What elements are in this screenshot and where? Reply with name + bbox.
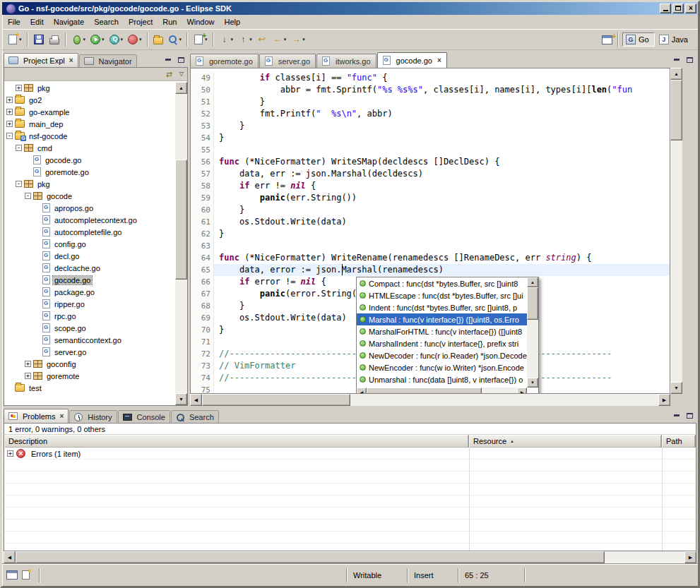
tree-item-goremote.go[interactable]: goremote.go [4,166,175,178]
code-line-60[interactable]: 60 } [191,204,670,216]
code-line-65[interactable]: 65 data, error := json.Marshal(renamedes… [191,264,670,276]
tree-item-decl.go[interactable]: decl.go [4,250,175,262]
tree-toggle-icon[interactable]: - [25,193,31,199]
scrollbar-thumb[interactable] [367,388,482,394]
problems-horizontal-scrollbar[interactable]: ◀ ▶ [4,551,696,563]
menu-window[interactable]: Window [182,16,219,28]
scroll-right-icon[interactable]: ▶ [517,388,527,394]
code-line-51[interactable]: 51 } [191,96,670,108]
maximize-button[interactable] [672,4,684,13]
code-line-62[interactable]: 62} [191,228,670,240]
tree-item-goremote[interactable]: +goremote [4,370,175,382]
tree-item-autocompletecontext.go[interactable]: autocompletecontext.go [4,214,175,226]
scroll-down-icon[interactable]: ▼ [670,382,682,394]
tree-item-semanticcontext.go[interactable]: semanticcontext.go [4,334,175,346]
scroll-left-icon[interactable]: ◀ [357,388,367,394]
toolbar-last-edit-location-button[interactable]: ↩ [255,31,269,48]
view-tab-search[interactable]: Search [171,410,219,423]
toolbar-external-tools-button[interactable]: ▾ [107,31,125,48]
menu-search[interactable]: Search [89,16,124,28]
scroll-down-icon[interactable]: ▼ [527,378,538,388]
scroll-down-icon[interactable]: ▼ [175,393,187,405]
minimize-view-button[interactable] [162,54,174,65]
tree-item-gocode.go[interactable]: gocode.go [4,274,175,286]
code-line-54[interactable]: 54} [191,132,670,144]
code-line-56[interactable]: 56func (*NiceFormatter) WriteSMap(declde… [191,156,670,168]
tree-toggle-icon[interactable]: + [6,97,13,103]
autocomplete-item[interactable]: Indent : func(dst *bytes.Buffer, src []u… [357,301,527,313]
tree-item-pkg[interactable]: +pkg [4,82,175,94]
scroll-left-icon[interactable]: ◀ [4,551,16,563]
menu-run[interactable]: Run [158,16,182,28]
tree-item-package.go[interactable]: package.go [4,286,175,298]
menu-edit[interactable]: Edit [25,16,49,28]
tree-item-apropos.go[interactable]: apropos.go [4,202,175,214]
toolbar-profile-button[interactable]: ▾ [126,31,143,48]
perspective-java-button[interactable]: JJava [655,32,694,47]
tree-toggle-icon[interactable]: - [16,181,22,187]
maximize-problems-button[interactable] [684,410,696,421]
tree-toggle-icon[interactable]: - [6,133,13,139]
code-line-58[interactable]: 58 if err != nil { [191,180,670,192]
code-line-59[interactable]: 59 panic(err.String()) [191,192,670,204]
autocomplete-item[interactable]: Compact : func(dst *bytes.Buffer, src []… [357,277,527,289]
code-line-49[interactable]: 49 if classes[i] == "func" { [191,72,670,84]
scrollbar-thumb[interactable] [16,551,605,563]
code-line-55[interactable]: 55 [191,144,670,156]
toolbar-search-button[interactable]: ▾ [166,31,184,48]
link-with-editor-button[interactable]: ⇄ [165,68,174,80]
minimize-button[interactable] [660,4,671,13]
tree-toggle-icon[interactable]: + [25,361,31,367]
code-line-64[interactable]: 64func (*NiceFormatter) WriteRename(rena… [191,252,670,264]
tree-toggle-icon[interactable]: + [6,109,13,115]
scrollbar-thumb[interactable] [670,80,682,140]
tree-toggle-icon[interactable]: + [25,373,31,379]
scrollbar-thumb[interactable] [527,287,538,320]
autocomplete-item[interactable]: MarshalIndent : func(v interface{}, pref… [357,337,527,349]
maximize-editor-button[interactable] [684,54,696,65]
tree-item-go-example[interactable]: +go-example [4,106,175,118]
close-button[interactable]: × [685,4,696,13]
tree-item-pkg[interactable]: -pkg [4,178,175,190]
scroll-up-icon[interactable]: ▲ [175,82,187,94]
autocomplete-vertical-scrollbar[interactable]: ▲ ▼ [527,277,538,388]
toolbar-forward-button[interactable]: →▾ [289,31,307,48]
tree-toggle-icon[interactable]: - [16,145,22,151]
autocomplete-item[interactable]: Unmarshal : func(data []uint8, v interfa… [357,373,527,385]
autocomplete-item[interactable]: NewEncoder : func(w io.Writer) *json.Enc… [357,361,527,373]
tree-item-ripper.go[interactable]: ripper.go [4,298,175,310]
tree-item-scope.go[interactable]: scope.go [4,322,175,334]
tree-item-rpc.go[interactable]: rpc.go [4,310,175,322]
menu-navigate[interactable]: Navigate [49,16,89,28]
new-shortcut-icon[interactable] [22,570,30,580]
perspective-go-button[interactable]: GGo [622,32,655,47]
tree-item-go2[interactable]: +go2 [4,94,175,106]
scrollbar-thumb[interactable] [202,394,350,406]
toolbar-next-annotation-button[interactable]: ↓▾ [218,31,235,48]
view-menu-button[interactable]: ▽ [178,68,185,80]
code-line-52[interactable]: 52 fmt.Printf(" %s\n", abbr) [191,108,670,120]
autocomplete-horizontal-scrollbar[interactable]: ◀ ▶ [357,388,527,394]
tree-item-gocode[interactable]: -gocode [4,190,175,202]
tree-item-gocode.go[interactable]: gocode.go [4,154,175,166]
tree-item-nsf-gocode[interactable]: -nsf-gocode [4,130,175,142]
tree-item-server.go[interactable]: server.go [4,346,175,358]
view-tab-navigator[interactable]: Navigator [79,54,137,67]
explorer-vertical-scrollbar[interactable]: ▲ ▼ [175,82,187,405]
editor-vertical-scrollbar[interactable]: ▲ ▼ [670,68,682,394]
autocomplete-item[interactable]: NewDecoder : func(r io.Reader) *json.Dec… [357,349,527,361]
menu-project[interactable]: Project [124,16,158,28]
code-line-63[interactable]: 63 [191,240,670,252]
toolbar-run-button[interactable]: ▾ [88,31,106,48]
code-line-57[interactable]: 57 data, err := json.Marshal(decldescs) [191,168,670,180]
tree-item-main-dep[interactable]: +main_dep [4,118,175,130]
minimize-editor-button[interactable] [670,54,682,65]
view-tab-history[interactable]: History [69,410,117,423]
menu-help[interactable]: Help [220,16,246,28]
maximize-view-button[interactable] [175,54,187,65]
code-line-50[interactable]: 50 abbr = fmt.Sprintf("%s %s%s", classes… [191,84,670,96]
close-icon[interactable]: × [59,413,64,419]
problems-row[interactable]: +Errors (1 item) [4,448,696,460]
scrollbar-thumb[interactable] [175,160,187,280]
scroll-up-icon[interactable]: ▲ [527,277,538,287]
